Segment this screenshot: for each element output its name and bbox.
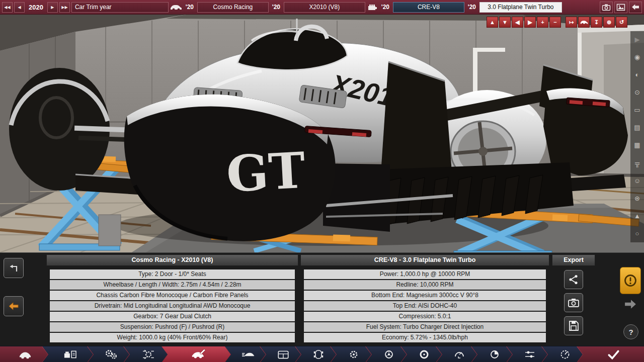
tab-tuning[interactable]: [507, 346, 547, 362]
tab-models[interactable]: [0, 346, 48, 362]
gear-arrows-icon: [142, 349, 155, 360]
engine-spec-row: Power: 1,000.0 hp @ 10000 RPM: [304, 269, 546, 279]
check-icon: [607, 349, 620, 360]
engine-year-badge: '20: [379, 4, 391, 11]
scene-return-button[interactable]: [4, 258, 24, 278]
contrast-icon[interactable]: ◐: [632, 70, 642, 79]
sliders-icon: [524, 349, 536, 360]
share-export-button[interactable]: [564, 270, 583, 289]
zoom-in-button[interactable]: +: [537, 17, 548, 28]
settings-icon[interactable]: ⊛: [632, 194, 642, 203]
engine-icon: [367, 3, 378, 11]
tab-wheels[interactable]: [401, 346, 442, 362]
gauge-icon: [559, 349, 571, 360]
tab-drivetrain[interactable]: [124, 346, 168, 362]
aperture-icon[interactable]: ⊙: [632, 88, 642, 97]
year-prev-button[interactable]: ◀: [14, 2, 25, 13]
image-button[interactable]: [614, 2, 627, 13]
variant-year-badge: '20: [466, 4, 478, 11]
engine-spec-row: Redline: 10,000 RPM: [304, 280, 546, 290]
tab-tyres[interactable]: [471, 346, 512, 362]
scene-3d-viewport: X2010: [0, 15, 644, 252]
vehicle-button[interactable]: [578, 17, 590, 28]
trim-year-badge: '20: [270, 4, 282, 11]
car-spec-row: Weight: 1000.0 kg (40% Front/60% Rear): [50, 333, 295, 342]
trim-year-value: 2020: [26, 4, 46, 11]
center-car-button[interactable]: ⊕: [603, 17, 615, 28]
engine-spec-table: CRE-V8 - 3.0 Flatplane Twin Turbo Power:…: [300, 254, 549, 343]
expression-icon[interactable]: ☺: [632, 176, 642, 186]
car-spec-row: Suspension: Pushrod (F) / Pushrod (R): [50, 322, 295, 332]
trim-field[interactable]: X2010 (V8): [284, 2, 365, 13]
gear-icon: [348, 349, 360, 360]
tab-chassis-top[interactable]: [295, 346, 336, 362]
engine-spec-row: Fuel System: Turbo Charger Direct Inject…: [304, 322, 546, 332]
model-field[interactable]: Cosmo Racing: [197, 2, 269, 13]
tab-testing[interactable]: [542, 346, 583, 362]
wheel-pie-icon: [489, 349, 501, 360]
engine-spec-row: Compression: 5.0:1: [304, 312, 546, 321]
car-spec-row: Type: 2 Door - 1/0* Seats: [50, 269, 295, 279]
render-options-strip: ▶ ◉ ◐ ⊙ ▭ ▤ ▦ ╦ ☺ ⊛ ▲ ○: [630, 31, 644, 242]
save-export-button[interactable]: [564, 316, 583, 335]
tab-brakes[interactable]: [366, 346, 407, 362]
screenshot-export-button[interactable]: [564, 293, 583, 312]
car-top-icon: [312, 349, 325, 360]
grid-icon[interactable]: ▦: [632, 141, 642, 150]
wheel-icon: [418, 349, 430, 360]
export-column: Export: [552, 254, 595, 335]
trim-year-field[interactable]: Car Trim year: [71, 2, 169, 13]
engine-variant-field[interactable]: 3.0 Flatplane Twin Turbo: [479, 2, 562, 13]
tab-gearbox[interactable]: [88, 346, 129, 362]
tab-engines[interactable]: [42, 346, 93, 362]
car-spec-row: Chassis Carbon Fibre Monocoque / Carbon …: [50, 291, 295, 300]
camera-left-button[interactable]: ◀: [512, 17, 523, 28]
panel-icon: [277, 349, 290, 360]
car-spec-table: Cosmo Racing - X2010 (V8) Type: 2 Door -…: [46, 254, 298, 343]
camera-right-button[interactable]: ▶: [524, 17, 536, 28]
car-spec-row: Wheelbase / Length / Width: 2.75m / 4.54…: [50, 280, 295, 290]
engine-document-icon: [63, 349, 77, 360]
year-next-button[interactable]: ▶: [47, 2, 58, 13]
engine-family-field[interactable]: CRE-V8: [393, 2, 464, 13]
engine-spec-header: CRE-V8 - 3.0 Flatplane Twin Turbo: [300, 254, 549, 266]
lift-icon[interactable]: ╦: [632, 159, 642, 168]
forward-button[interactable]: [622, 298, 639, 312]
photo-controls: ▲ ▼ ◀ ▶ + − ↦ ↧ ⊕ ↺: [487, 17, 627, 28]
snap-wall-button[interactable]: ↦: [566, 17, 577, 28]
engine-spec-row: Top End: AlSi DOHC-40: [304, 301, 546, 311]
help-button[interactable]: ?: [623, 324, 638, 339]
camera-up-button[interactable]: ▲: [487, 17, 498, 28]
camera-down-button[interactable]: ▼: [499, 17, 511, 28]
info-panel: Cosmo Racing - X2010 (V8) Type: 2 Door -…: [0, 252, 644, 346]
screen-icon[interactable]: ▤: [632, 123, 642, 132]
car-spec-header: Cosmo Racing - X2010 (V8): [46, 254, 298, 266]
tab-aerodynamics[interactable]: [225, 346, 266, 362]
year-first-button[interactable]: ◀◀: [2, 2, 13, 13]
forward-arrow-icon: [622, 298, 639, 310]
back-arrow-button[interactable]: [4, 296, 24, 316]
tab-gearing[interactable]: [331, 346, 371, 362]
engine-spec-row: Economy: 5.72% - 1345.0lb/hph: [304, 333, 546, 342]
tab-summary[interactable]: [577, 346, 644, 362]
orbit-icon[interactable]: ○: [632, 229, 642, 238]
warning-button[interactable]: [620, 267, 641, 294]
raise-icon[interactable]: ▲: [632, 212, 642, 221]
frame-icon[interactable]: ▭: [632, 106, 642, 115]
share-icon: [568, 274, 580, 286]
year-last-button[interactable]: ▶▶: [59, 2, 70, 13]
zoom-out-button[interactable]: −: [549, 17, 561, 28]
skybox-icon[interactable]: ◉: [632, 53, 642, 62]
photo-camera-button[interactable]: [600, 2, 613, 13]
tab-trim-design[interactable]: [162, 346, 230, 362]
car-icon: [580, 20, 588, 25]
designer-tab-bar: [0, 346, 644, 362]
play-icon[interactable]: ▶: [632, 35, 642, 44]
rotate-car-button[interactable]: ↺: [616, 17, 627, 28]
tab-dyno[interactable]: [436, 346, 477, 362]
tab-body-panels[interactable]: [260, 346, 301, 362]
engine-spec-row: Bottom End: Magnesium 3000cc V 90°8: [304, 291, 546, 300]
brake-disc-icon: [383, 349, 395, 360]
drop-car-button[interactable]: ↧: [591, 17, 602, 28]
back-button[interactable]: [629, 2, 642, 13]
